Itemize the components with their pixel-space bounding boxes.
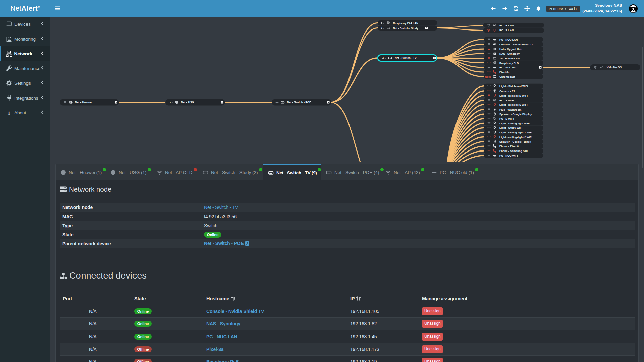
svg-text:Net - Switch - POE: Net - Switch - POE — [287, 101, 311, 104]
svg-text:PC - S WiFi: PC - S WiFi — [499, 99, 514, 102]
svg-text:Light - bedside B WiFi: Light - bedside B WiFi — [499, 94, 528, 97]
svg-text:Speaker - Google Display: Speaker - Google Display — [499, 113, 532, 116]
svg-text:Net - Switch - TV: Net - Switch - TV — [395, 57, 417, 60]
svg-text:Raspberry Pi 4 LAN: Raspberry Pi 4 LAN — [393, 22, 418, 25]
svg-text:Light - Sideboard WiFi: Light - Sideboard WiFi — [499, 85, 528, 88]
svg-text:VM - NixOS: VM - NixOS — [607, 66, 622, 69]
svg-text:Light - Dining light WiFi: Light - Dining light WiFi — [499, 122, 530, 125]
svg-text:Raspberry Pi B: Raspberry Pi B — [499, 62, 519, 65]
svg-text:1: 1 — [170, 101, 171, 104]
svg-text:Pixel-3a: Pixel-3a — [499, 71, 510, 74]
svg-text:PC - NUC LAN: PC - NUC LAN — [499, 38, 518, 41]
svg-text:Net - Huawei: Net - Huawei — [75, 101, 92, 104]
svg-text:PC - B WiFi: PC - B WiFi — [499, 117, 514, 120]
svg-text:Hub - Cygnet Hub: Hub - Cygnet Hub — [499, 48, 522, 51]
svg-text:None: None — [485, 75, 491, 78]
svg-text:Light - ceiling-light-2 WiFi: Light - ceiling-light-2 WiFi — [499, 136, 532, 139]
svg-text:Phone - Pixel 6: Phone - Pixel 6 — [499, 145, 519, 148]
svg-text:PC - NUC old: PC - NUC old — [499, 66, 516, 69]
svg-text:PC - B LAN: PC - B LAN — [499, 24, 514, 27]
svg-text:Chromecast: Chromecast — [499, 75, 515, 78]
svg-text:Console - Nvidia Shield TV: Console - Nvidia Shield TV — [499, 43, 534, 46]
svg-text:TV - Frame LAN: TV - Frame LAN — [499, 57, 520, 60]
svg-text:i: i — [8, 110, 10, 116]
svg-text:Camera - E1: Camera - E1 — [499, 89, 515, 93]
svg-text:Light - bedside S WiFi: Light - bedside S WiFi — [499, 103, 527, 106]
svg-text:Speaker - Google - Black: Speaker - Google - Black — [499, 140, 531, 143]
svg-text:Phone - Samsung S10: Phone - Samsung S10 — [499, 149, 528, 153]
svg-text:Light - ceiling-light-1 WiFi: Light - ceiling-light-1 WiFi — [499, 131, 532, 134]
svg-text:PC - S LAN: PC - S LAN — [499, 29, 514, 32]
svg-text:PC - NUC WiFi: PC - NUC WiFi — [499, 154, 518, 157]
svg-text:5: 5 — [381, 21, 382, 24]
svg-text:NAS - Synology: NAS - Synology — [499, 52, 520, 55]
svg-text:Net - Switch - Study: Net - Switch - Study — [393, 27, 419, 30]
svg-text:Light - Study WiFi: Light - Study WiFi — [499, 126, 522, 129]
svg-text:Net - USG: Net - USG — [181, 101, 194, 104]
svg-text:3: 3 — [381, 26, 382, 29]
svg-text:Plug - Washroom: Plug - Washroom — [499, 108, 521, 111]
